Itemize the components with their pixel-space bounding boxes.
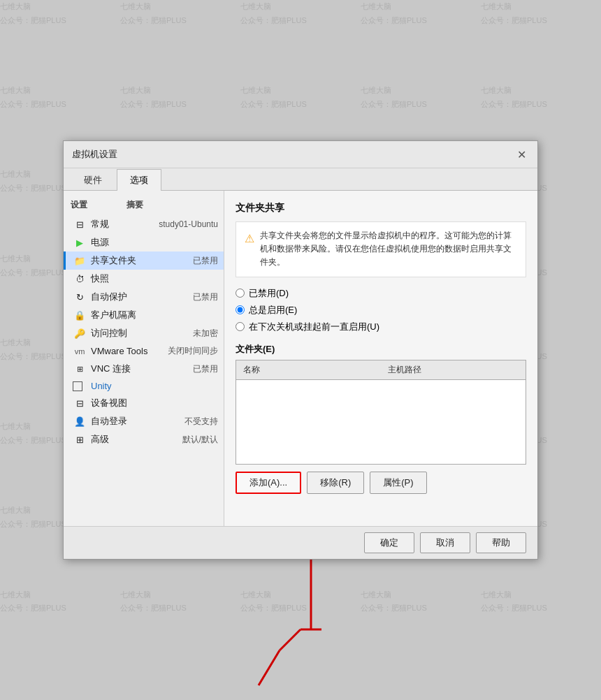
tab-options[interactable]: 选项: [117, 169, 161, 191]
sidebar-label-general: 常规: [91, 218, 156, 231]
section-title: 文件夹共享: [236, 202, 526, 214]
device-view-icon: ⊟: [73, 398, 87, 409]
warning-icon: ⚠: [245, 230, 254, 248]
sidebar-label-access-control: 访问控制: [91, 327, 190, 340]
watermark-item: 七维大脑公众号：肥猫PLUS: [0, 252, 66, 280]
sidebar-value-autoprotect: 已禁用: [193, 291, 218, 303]
main-content: 设置 摘要 ⊟ 常规 study01-Ubuntu ▶ 电源 📁 共享文件: [64, 191, 537, 526]
folder-share-icon: 📁: [73, 255, 87, 266]
watermark-item: 七维大脑公众号：肥猫PLUS: [0, 420, 66, 448]
watermark-item: 七维大脑公众号：肥猫PLUS: [120, 0, 187, 28]
sidebar-item-vnc[interactable]: ⊞ VNC 连接 已禁用: [64, 360, 224, 378]
ok-button[interactable]: 确定: [364, 532, 414, 553]
svg-line-3: [280, 629, 300, 650]
sidebar-item-advanced[interactable]: ⊞ 高级 默认/默认: [64, 430, 224, 449]
header-summary: 摘要: [126, 199, 143, 211]
table-header-path: 主机路径: [381, 360, 526, 380]
power-icon: ▶: [73, 237, 87, 248]
sidebar-label-vnc: VNC 连接: [91, 363, 190, 375]
sidebar-item-unity[interactable]: Unity: [64, 378, 224, 394]
sidebar-label-autologin: 自动登录: [91, 415, 182, 428]
autoprotect-icon: ↻: [73, 291, 87, 302]
watermark-item: 七维大脑公众号：肥猫PLUS: [0, 168, 66, 196]
sidebar-item-autologin[interactable]: 👤 自动登录 不受支持: [64, 412, 224, 430]
add-folder-button[interactable]: 添加(A)...: [236, 472, 301, 494]
tab-bar: 硬件 选项: [64, 168, 537, 191]
dialog-title: 虚拟机设置: [72, 148, 117, 161]
watermark-item: 七维大脑公众号：肥猫PLUS: [481, 84, 547, 112]
sidebar-label-unity: Unity: [91, 381, 218, 391]
sidebar-value-access-control: 未加密: [193, 328, 218, 340]
action-buttons: 添加(A)... 移除(R) 属性(P): [236, 472, 526, 494]
sidebar-value-general: study01-Ubuntu: [159, 219, 218, 229]
watermark-item: 七维大脑公众号：肥猫PLUS: [240, 0, 307, 28]
sidebar-item-shared-folder[interactable]: 📁 共享文件夹 已禁用: [64, 251, 224, 270]
sidebar-label-shared-folder: 共享文件夹: [91, 254, 190, 267]
watermark-item: 七维大脑公众号：肥猫PLUS: [120, 588, 187, 616]
watermark-item: 七维大脑公众号：肥猫PLUS: [361, 588, 427, 616]
snapshot-icon: ⏱: [73, 273, 87, 284]
advanced-icon: ⊞: [73, 434, 87, 445]
watermark-item: 七维大脑公众号：肥猫PLUS: [481, 0, 547, 28]
isolation-icon: 🔒: [73, 309, 87, 321]
remove-folder-button[interactable]: 移除(R): [307, 472, 364, 494]
sidebar-label-autoprotect: 自动保护: [91, 291, 190, 303]
watermark-item: 七维大脑公众号：肥猫PLUS: [120, 84, 187, 112]
sidebar: 设置 摘要 ⊟ 常规 study01-Ubuntu ▶ 电源 📁 共享文件: [64, 191, 224, 526]
bottom-bar: 确定 取消 帮助: [64, 526, 537, 559]
watermark-item: 七维大脑公众号：肥猫PLUS: [0, 504, 66, 532]
sidebar-label-power: 电源: [91, 236, 218, 249]
close-button[interactable]: ✕: [514, 147, 529, 162]
sidebar-item-isolation[interactable]: 🔒 客户机隔离: [64, 306, 224, 324]
sidebar-label-isolation: 客户机隔离: [91, 309, 218, 321]
radio-disabled-label: 已禁用(D): [249, 287, 289, 300]
watermark-item: 七维大脑公众号：肥猫PLUS: [481, 588, 547, 616]
sidebar-value-advanced: 默认/默认: [182, 434, 218, 446]
table-header-name: 名称: [236, 360, 381, 380]
vnc-icon: ⊞: [73, 363, 87, 374]
warning-box: ⚠ 共享文件夹会将您的文件显示给虚拟机中的程序。这可能为您的计算机和数据带来风险…: [236, 221, 526, 277]
sidebar-label-device-view: 设备视图: [91, 397, 218, 409]
watermark-item: 七维大脑公众号：肥猫PLUS: [0, 84, 66, 112]
access-control-icon: 🔑: [73, 328, 87, 339]
radio-always-input[interactable]: [236, 305, 245, 314]
header-setting: 设置: [71, 199, 126, 211]
radio-until-poweroff-label: 在下次关机或挂起前一直启用(U): [249, 321, 379, 333]
watermark-item: 七维大脑公众号：肥猫PLUS: [240, 84, 307, 112]
watermark-item: 七维大脑公众号：肥猫PLUS: [0, 588, 66, 616]
title-bar: 虚拟机设置 ✕: [64, 141, 537, 168]
sidebar-item-power[interactable]: ▶ 电源: [64, 233, 224, 251]
radio-always[interactable]: 总是启用(E): [236, 304, 526, 316]
sidebar-item-access-control[interactable]: 🔑 访问控制 未加密: [64, 324, 224, 342]
monitor-icon: ⊟: [73, 219, 87, 230]
radio-disabled[interactable]: 已禁用(D): [236, 287, 526, 300]
radio-disabled-input[interactable]: [236, 289, 245, 298]
sidebar-item-vmware-tools[interactable]: vm VMware Tools 关闭时间同步: [64, 342, 224, 360]
tab-hardware[interactable]: 硬件: [71, 169, 115, 191]
sidebar-item-snapshot[interactable]: ⏱ 快照: [64, 270, 224, 288]
watermark-item: 七维大脑公众号：肥猫PLUS: [361, 84, 427, 112]
folder-table-body: [236, 380, 526, 464]
help-button[interactable]: 帮助: [476, 532, 526, 553]
vmware-tools-icon: vm: [73, 346, 87, 357]
unity-icon: [73, 381, 82, 391]
properties-button[interactable]: 属性(P): [370, 472, 426, 494]
svg-line-4: [259, 650, 280, 685]
sidebar-item-autoprotect[interactable]: ↻ 自动保护 已禁用: [64, 288, 224, 306]
watermark-item: 七维大脑公众号：肥猫PLUS: [0, 0, 66, 28]
watermark-item: 七维大脑公众号：肥猫PLUS: [240, 588, 307, 616]
cancel-button[interactable]: 取消: [420, 532, 470, 553]
folder-section-title: 文件夹(E): [236, 343, 526, 356]
sidebar-header: 设置 摘要: [64, 196, 224, 215]
radio-until-poweroff[interactable]: 在下次关机或挂起前一直启用(U): [236, 321, 526, 333]
sidebar-value-vnc: 已禁用: [193, 363, 218, 375]
sidebar-value-autologin: 不受支持: [184, 416, 218, 428]
autologin-icon: 👤: [73, 416, 87, 427]
sidebar-value-shared-folder: 已禁用: [193, 255, 218, 267]
sidebar-label-snapshot: 快照: [91, 272, 218, 285]
sidebar-item-general[interactable]: ⊟ 常规 study01-Ubuntu: [64, 215, 224, 233]
sidebar-item-device-view[interactable]: ⊟ 设备视图: [64, 394, 224, 412]
watermark-item: 七维大脑公众号：肥猫PLUS: [0, 336, 66, 364]
sidebar-label-advanced: 高级: [91, 433, 180, 446]
radio-until-poweroff-input[interactable]: [236, 322, 245, 331]
